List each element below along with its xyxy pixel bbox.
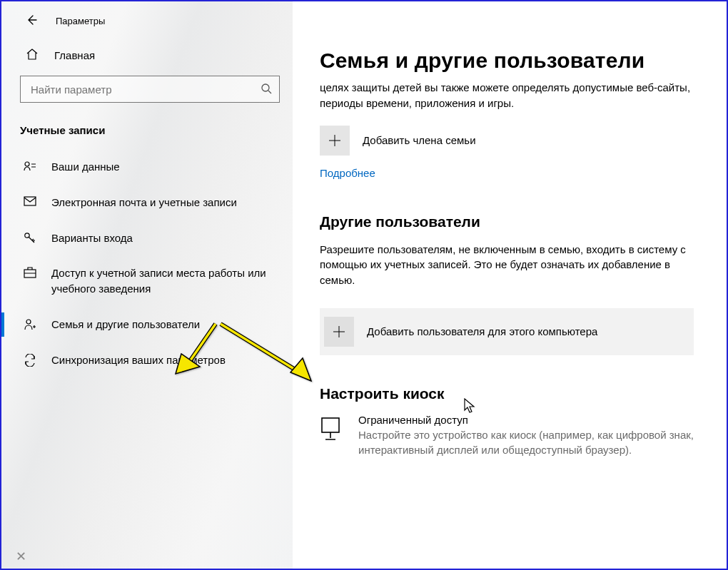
kiosk-desc: Настройте это устройство как киоск (напр… bbox=[358, 427, 694, 457]
svg-point-1 bbox=[25, 162, 29, 166]
close-icon[interactable]: ✕ bbox=[16, 549, 26, 564]
back-icon[interactable] bbox=[26, 14, 37, 28]
nav-label: Ваши данные bbox=[51, 159, 274, 175]
sidebar: Параметры Главная Учетные записи Ваши bbox=[1, 1, 293, 569]
kiosk-row[interactable]: Ограниченный доступ Настройте это устрой… bbox=[320, 414, 694, 457]
person-card-icon bbox=[23, 159, 37, 172]
search-icon bbox=[261, 83, 272, 96]
person-plus-icon bbox=[23, 317, 37, 331]
svg-point-3 bbox=[25, 233, 29, 237]
kiosk-title: Ограниченный доступ bbox=[358, 414, 694, 426]
search-field[interactable] bbox=[31, 83, 261, 96]
briefcase-icon bbox=[23, 265, 37, 278]
nav-item-work-school[interactable]: Доступ к учетной записи места работы или… bbox=[1, 255, 293, 307]
kiosk-heading: Настроить киоск bbox=[320, 385, 694, 402]
svg-rect-6 bbox=[322, 418, 339, 432]
svg-point-5 bbox=[26, 320, 31, 324]
nav-list: Ваши данные Электронная почта и учетные … bbox=[1, 149, 293, 377]
other-users-heading: Другие пользователи bbox=[320, 213, 694, 230]
section-label: Учетные записи bbox=[1, 124, 293, 149]
plus-icon bbox=[332, 325, 346, 339]
plus-icon bbox=[328, 133, 342, 148]
home-link[interactable]: Главная bbox=[1, 48, 293, 76]
add-family-label: Добавить члена семьи bbox=[363, 134, 476, 146]
add-user-label: Добавить пользователя для этого компьюте… bbox=[367, 325, 597, 337]
window-title: Параметры bbox=[56, 16, 105, 26]
add-user-row[interactable]: Добавить пользователя для этого компьюте… bbox=[320, 308, 694, 355]
home-label: Главная bbox=[54, 49, 95, 61]
key-icon bbox=[23, 230, 37, 245]
nav-label: Варианты входа bbox=[51, 230, 274, 246]
nav-item-your-info[interactable]: Ваши данные bbox=[1, 149, 293, 185]
main-content: Семья и другие пользователи целях защиты… bbox=[293, 1, 727, 569]
nav-item-sync[interactable]: Синхронизация ваших параметров bbox=[1, 342, 293, 378]
nav-item-signin-options[interactable]: Варианты входа bbox=[1, 220, 293, 256]
sync-icon bbox=[23, 352, 37, 367]
add-family-row[interactable]: Добавить члена семьи bbox=[320, 126, 694, 156]
nav-item-family[interactable]: Семья и другие пользователи bbox=[1, 307, 293, 342]
learn-more-link[interactable]: Подробнее bbox=[320, 167, 375, 179]
family-intro: целях защиты детей вы также можете опред… bbox=[320, 80, 694, 111]
nav-label: Синхронизация ваших параметров bbox=[51, 352, 274, 368]
kiosk-icon bbox=[320, 414, 341, 443]
add-user-button[interactable] bbox=[324, 317, 354, 347]
nav-label: Доступ к учетной записи места работы или… bbox=[51, 265, 274, 297]
other-users-desc: Разрешите пользователям, не включенным в… bbox=[320, 242, 694, 288]
nav-label: Электронная почта и учетные записи bbox=[51, 195, 274, 210]
svg-rect-2 bbox=[24, 197, 36, 205]
nav-label: Семья и другие пользователи bbox=[51, 317, 274, 332]
add-family-button[interactable] bbox=[320, 126, 350, 156]
nav-item-email-accounts[interactable]: Электронная почта и учетные записи bbox=[1, 185, 293, 220]
home-icon bbox=[26, 48, 39, 63]
page-title: Семья и другие пользователи bbox=[320, 49, 694, 73]
svg-point-0 bbox=[262, 84, 269, 91]
mail-icon bbox=[23, 195, 37, 206]
search-input[interactable] bbox=[20, 76, 280, 103]
